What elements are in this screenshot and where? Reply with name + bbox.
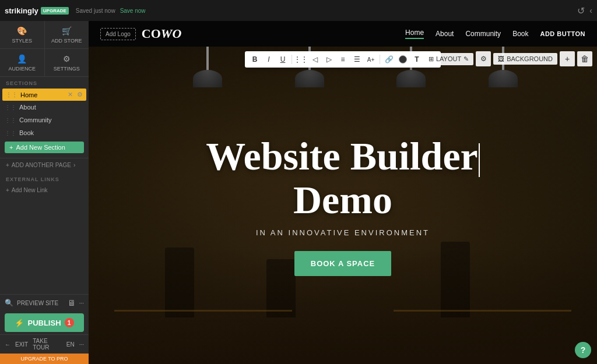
text-format-toolbar: B I U ⋮⋮ ◁ ▷ ≡ ☰ A+ 🔗 T ··· [245, 51, 441, 68]
collapse-sidebar-button[interactable]: ‹ [589, 6, 592, 15]
add-another-page-button[interactable]: + ADD ANOTHER PAGE › [0, 158, 89, 172]
upgrade-to-pro-bar[interactable]: UPGRADE TO PRO [0, 354, 89, 364]
undo-button[interactable]: ↺ [577, 5, 585, 16]
add-page-icon: + [6, 162, 9, 168]
text-style-button[interactable]: T [410, 53, 423, 66]
hero-section: B I U ⋮⋮ ◁ ▷ ≡ ☰ A+ 🔗 T ··· [89, 47, 597, 364]
sidebar-item-about[interactable]: ⋮⋮ About [0, 101, 89, 114]
add-new-section-button[interactable]: + Add New Section [5, 142, 84, 153]
nav-link-home[interactable]: Home [405, 29, 424, 39]
size-button[interactable]: A+ [364, 53, 377, 66]
publish-label: PUBLISH [27, 319, 61, 327]
audience-button[interactable]: 👤 AUDIENCE [0, 49, 45, 76]
sidebar-item-community-label: Community [19, 116, 84, 123]
hero-subtitle[interactable]: IN AN INNOVATIVE ENVIRONMENT [256, 228, 430, 237]
nav-link-about[interactable]: About [436, 30, 454, 38]
bottom-action-bar: ← EXIT TAKE TOUR EN ··· [0, 334, 89, 354]
pencil-icon: ✎ [463, 55, 469, 63]
lightning-icon: ⚡ [15, 319, 24, 327]
upgrade-badge[interactable]: UPGRADE [41, 7, 69, 15]
take-tour-label[interactable]: TAKE TOUR [33, 338, 62, 351]
hero-content: Website Builder Demo IN AN INNOVATIVE EN… [89, 47, 597, 364]
brand-name: strikingly [5, 6, 38, 15]
nav-link-book[interactable]: Book [512, 30, 528, 38]
hero-title-line2: Demo [293, 178, 392, 222]
link-button[interactable]: 🔗 [382, 53, 395, 66]
text-cursor [479, 143, 480, 177]
logo-area: strikingly UPGRADE [5, 6, 69, 15]
add-button-nav[interactable]: ADD BUTTON [540, 30, 585, 37]
left-arrow-icon: ← [5, 341, 10, 348]
settings-button[interactable]: ⚙ SETTINGS [45, 49, 89, 76]
layout-icon: ⊞ [429, 55, 434, 63]
add-store-button[interactable]: 🛒 ADD STORE [45, 21, 89, 48]
background-button[interactable]: 🖼 BACKGROUND [493, 53, 557, 65]
preview-site-label[interactable]: PREVIEW SITE [17, 300, 64, 306]
drag-handle-book: ⋮⋮ [5, 130, 16, 136]
hero-title-line1: Website Builder [206, 134, 478, 178]
gear-home-button[interactable]: ⚙ [77, 91, 83, 98]
styles-button[interactable]: 🎨 STYLES [0, 21, 45, 48]
store-icon: 🛒 [61, 26, 72, 36]
bg-icon: 🖼 [498, 55, 504, 62]
external-links-heading: EXTERNAL LINKS [0, 172, 89, 185]
color-picker-button[interactable] [396, 53, 409, 66]
add-another-page-label: ADD ANOTHER PAGE [12, 162, 71, 168]
italic-button[interactable]: I [262, 53, 275, 66]
site-title: COWO [142, 26, 181, 41]
sidebar-item-home[interactable]: ⋮⋮ Home ✕ ⚙ [2, 89, 86, 101]
book-a-space-button[interactable]: BOOK A SPACE [294, 251, 391, 276]
more-dots[interactable]: ··· [79, 341, 84, 348]
monitor-icon[interactable]: 🖥 [68, 298, 76, 308]
sidebar-item-community[interactable]: ⋮⋮ Community [0, 114, 89, 126]
styles-label: STYLES [12, 38, 32, 44]
styles-icon: 🎨 [17, 26, 27, 36]
plus-icon: + [9, 144, 13, 151]
list3-button[interactable]: ☰ [350, 53, 363, 66]
language-selector[interactable]: EN [66, 341, 75, 348]
save-now-link[interactable]: Save now [120, 8, 146, 14]
list2-button[interactable]: ≡ [336, 53, 349, 66]
sidebar-top-tools: 🎨 STYLES 🛒 ADD STORE [0, 21, 89, 49]
sidebar-item-book-label: Book [19, 129, 84, 136]
bold-button[interactable]: B [248, 53, 261, 66]
add-section-hero-button[interactable]: + [560, 51, 575, 66]
drag-handle-community: ⋮⋮ [5, 117, 16, 123]
sidebar-item-about-label: About [19, 104, 84, 111]
help-button[interactable]: ? [575, 342, 591, 358]
list-button[interactable]: ⋮⋮ [294, 53, 307, 66]
nav-link-community[interactable]: Community [465, 30, 501, 38]
preview-dots-button[interactable]: ··· [79, 300, 84, 306]
sidebar-item-book[interactable]: ⋮⋮ Book [0, 126, 89, 139]
save-status: Saved just now [76, 8, 115, 14]
sidebar-bottom: 🔍 PREVIEW SITE 🖥 ··· ⚡ PUBLISH 1 ← EXIT … [0, 294, 89, 364]
toolbar-divider-1 [292, 55, 292, 64]
publish-notification-badge: 1 [65, 318, 74, 327]
underline-button[interactable]: U [276, 53, 289, 66]
background-label: BACKGROUND [507, 55, 553, 62]
layout-label: LAYOUT [436, 55, 461, 62]
close-home-button[interactable]: ✕ [66, 91, 74, 98]
audience-icon: 👤 [17, 54, 27, 64]
site-title-light: CO [142, 26, 161, 41]
settings-label: SETTINGS [54, 66, 80, 72]
align-right-button[interactable]: ▷ [322, 53, 335, 66]
publish-button[interactable]: ⚡ PUBLISH 1 [5, 313, 84, 332]
add-new-link-label: Add New Link [12, 187, 48, 193]
layout-button[interactable]: ⊞ LAYOUT ✎ [424, 53, 473, 65]
add-logo-button[interactable]: Add Logo [100, 28, 136, 40]
gear-hero-button[interactable]: ⚙ [476, 51, 491, 66]
exit-button[interactable]: EXIT [15, 341, 28, 348]
hero-top-controls: ⊞ LAYOUT ✎ ⚙ 🖼 BACKGROUND + 🗑 [424, 51, 592, 66]
color-swatch [399, 55, 407, 63]
delete-section-hero-button[interactable]: 🗑 [577, 51, 592, 66]
settings-icon: ⚙ [61, 54, 72, 64]
hero-title[interactable]: Website Builder Demo [206, 135, 480, 222]
plus-link-icon: + [6, 187, 9, 193]
audience-label: AUDIENCE [8, 66, 36, 72]
add-new-link-button[interactable]: + Add New Link [0, 185, 89, 196]
align-left-button[interactable]: ◁ [308, 53, 321, 66]
upgrade-pro-label: UPGRADE TO PRO [20, 356, 68, 362]
content-area: Add Logo COWO Home About Community Book … [89, 21, 597, 364]
preview-row: 🔍 PREVIEW SITE 🖥 ··· [0, 295, 89, 311]
